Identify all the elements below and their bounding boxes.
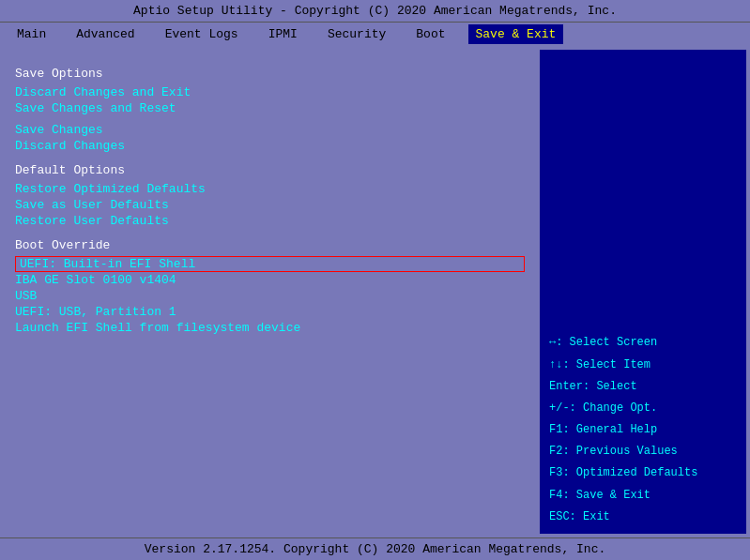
footer-text: Version 2.17.1254. Copyright (C) 2020 Am… [145,542,605,556]
help-item-4: F1: General Help [549,421,737,439]
help-item-7: F4: Save & Exit [549,487,737,505]
help-item-2: Enter: Select [549,378,737,396]
left-panel: Save OptionsDiscard Changes and ExitSave… [4,50,536,534]
menu-bar: MainAdvancedEvent LogsIPMISecurityBootSa… [0,23,750,46]
menu-item-save---exit[interactable]: Save & Exit [468,24,564,44]
menu-option-1-0[interactable]: Save Changes [15,122,525,138]
help-item-1: ↑↓: Select Item [549,356,737,374]
title-bar: Aptio Setup Utility - Copyright (C) 2020… [0,0,750,23]
help-item-5: F2: Previous Values [549,443,737,461]
menu-option-2-0[interactable]: Restore Optimized Defaults [15,181,525,197]
title-text: Aptio Setup Utility - Copyright (C) 2020… [133,4,617,18]
menu-item-main[interactable]: Main [9,24,54,44]
menu-option-2-1[interactable]: Save as User Defaults [15,197,525,213]
menu-item-advanced[interactable]: Advanced [69,24,142,44]
menu-item-ipmi[interactable]: IPMI [261,24,305,44]
main-content: Save OptionsDiscard Changes and ExitSave… [0,46,750,537]
section-header-3: Boot Override [15,238,525,252]
help-item-0: ↔: Select Screen [549,334,737,352]
menu-item-event-logs[interactable]: Event Logs [158,24,246,44]
menu-option-3-3[interactable]: UEFI: USB, Partition 1 [15,304,525,320]
menu-option-1-1[interactable]: Discard Changes [15,138,525,154]
menu-item-boot[interactable]: Boot [408,24,452,44]
menu-option-3-2[interactable]: USB [15,288,525,304]
menu-option-3-4[interactable]: Launch EFI Shell from filesystem device [15,320,525,336]
footer: Version 2.17.1254. Copyright (C) 2020 Am… [0,537,750,560]
menu-option-2-2[interactable]: Restore User Defaults [15,213,525,229]
menu-option-0-1[interactable]: Save Changes and Reset [15,100,525,116]
menu-option-0-0[interactable]: Discard Changes and Exit [15,84,525,100]
section-header-0: Save Options [15,67,525,81]
help-item-3: +/-: Change Opt. [549,400,737,417]
menu-item-security[interactable]: Security [320,24,393,44]
section-header-2: Default Options [15,163,525,177]
right-panel: ↔: Select Screen↑↓: Select ItemEnter: Se… [540,50,746,534]
help-item-8: ESC: Exit [549,508,737,526]
menu-option-3-0[interactable]: UEFI: Built-in EFI Shell [15,256,525,272]
menu-option-3-1[interactable]: IBA GE Slot 0100 v1404 [15,272,525,288]
help-item-6: F3: Optimized Defaults [549,464,737,482]
